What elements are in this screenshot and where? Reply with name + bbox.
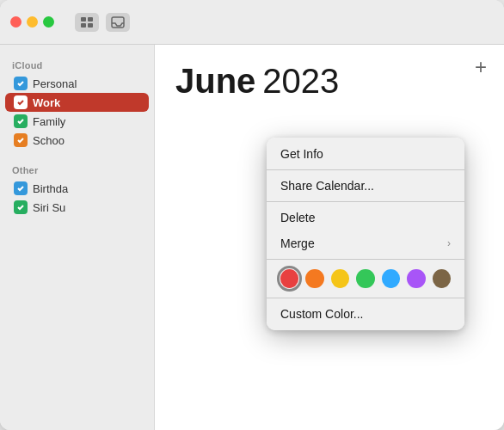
birthdays-label: Birthda <box>33 182 68 195</box>
work-checkbox[interactable] <box>14 95 28 109</box>
birthdays-checkbox[interactable] <box>14 181 28 195</box>
school-checkbox[interactable] <box>14 133 28 147</box>
title-bar <box>0 0 504 45</box>
personal-checkbox[interactable] <box>14 77 28 90</box>
app-window: iCloud Personal Work Family <box>0 0 504 430</box>
personal-label: Personal <box>33 77 77 90</box>
siri-checkbox[interactable] <box>14 200 28 214</box>
main-content: iCloud Personal Work Family <box>0 45 504 430</box>
share-calendar-label: Share Calendar... <box>280 179 374 193</box>
calendar-grid-icon[interactable] <box>75 13 99 32</box>
work-label: Work <box>33 96 60 109</box>
title-bar-icons <box>75 13 130 32</box>
menu-separator-3 <box>267 259 464 260</box>
sidebar-item-school[interactable]: Schoo <box>5 131 149 150</box>
color-swatches-row <box>267 262 464 295</box>
sidebar-item-birthdays[interactable]: Birthda <box>5 179 149 198</box>
merge-label: Merge <box>280 236 315 250</box>
maximize-button[interactable] <box>43 16 54 28</box>
calendar-header: June 2023 <box>175 62 483 101</box>
calendar-area: + June 2023 Get Info Share Calendar... D… <box>155 45 504 430</box>
get-info-label: Get Info <box>280 147 323 161</box>
svg-rect-1 <box>88 17 93 22</box>
menu-separator-2 <box>267 201 464 202</box>
menu-item-delete[interactable]: Delete <box>267 205 464 230</box>
sidebar-item-work[interactable]: Work <box>5 93 149 112</box>
siri-label: Siri Su <box>33 201 65 214</box>
sidebar-item-family[interactable]: Family <box>5 112 149 131</box>
menu-item-share-calendar[interactable]: Share Calendar... <box>267 173 464 199</box>
menu-separator-1 <box>267 169 464 170</box>
menu-item-custom-color[interactable]: Custom Color... <box>267 301 464 327</box>
menu-item-get-info[interactable]: Get Info <box>267 141 464 167</box>
menu-separator-4 <box>267 298 464 298</box>
delete-label: Delete <box>280 211 315 224</box>
svg-rect-0 <box>81 17 86 22</box>
close-button[interactable] <box>10 16 22 28</box>
icloud-section-label: iCloud <box>0 55 154 74</box>
year-title: 2023 <box>262 62 339 101</box>
color-swatch-blue[interactable] <box>382 269 400 288</box>
add-event-button[interactable]: + <box>475 55 487 79</box>
sidebar-item-siri[interactable]: Siri Su <box>5 198 149 217</box>
inbox-icon[interactable] <box>106 13 130 32</box>
color-swatch-purple[interactable] <box>407 269 425 288</box>
sidebar: iCloud Personal Work Family <box>0 45 155 430</box>
svg-rect-3 <box>88 23 93 28</box>
family-checkbox[interactable] <box>14 114 28 128</box>
other-section-label: Other <box>0 160 154 179</box>
color-swatch-brown[interactable] <box>433 269 451 288</box>
merge-chevron-icon: › <box>447 237 451 249</box>
family-label: Family <box>33 115 65 128</box>
menu-item-merge[interactable]: Merge › <box>267 230 464 256</box>
minimize-button[interactable] <box>27 16 38 28</box>
color-swatch-red[interactable] <box>280 269 298 288</box>
color-swatch-green[interactable] <box>356 269 374 288</box>
sidebar-item-personal[interactable]: Personal <box>5 74 149 93</box>
custom-color-label: Custom Color... <box>280 307 363 321</box>
color-swatch-orange[interactable] <box>305 269 323 288</box>
school-label: Schoo <box>33 134 65 147</box>
svg-rect-2 <box>81 23 86 28</box>
context-menu: Get Info Share Calendar... Delete Merge … <box>267 138 464 330</box>
traffic-lights <box>10 16 54 28</box>
month-title: June <box>175 62 255 101</box>
color-swatch-yellow[interactable] <box>331 269 349 288</box>
